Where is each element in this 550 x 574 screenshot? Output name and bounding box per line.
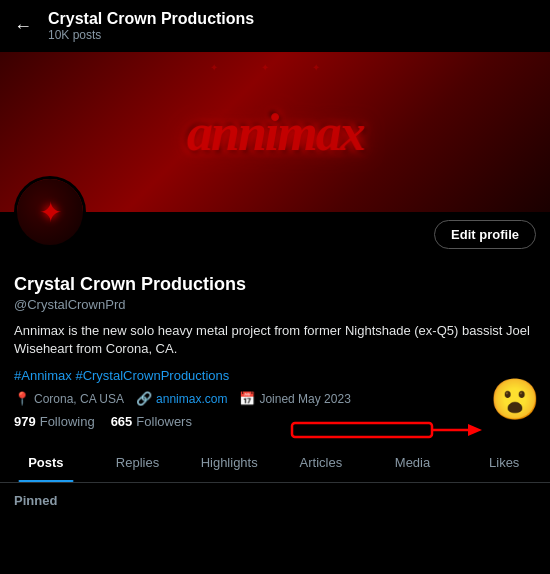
profile-bio: Annimax is the new solo heavy metal proj… xyxy=(14,322,536,358)
following-count: 979 xyxy=(14,414,36,429)
following-stat[interactable]: 979 Following xyxy=(14,414,95,429)
stats-section: 979 Following 665 Followers 😮 xyxy=(0,406,550,429)
profile-meta: 📍 Corona, CA USA 🔗 annimax.com 📅 Joined … xyxy=(14,391,536,406)
meta-website[interactable]: 🔗 annimax.com xyxy=(136,391,227,406)
profile-name: Crystal Crown Productions xyxy=(14,274,536,295)
svg-rect-0 xyxy=(292,423,432,437)
header-posts-count: 10K posts xyxy=(48,28,254,42)
banner-logo: annimax xyxy=(186,103,364,162)
profile-tags[interactable]: #Annimax #CrystalCrownProductions xyxy=(14,368,536,383)
joined-text: Joined May 2023 xyxy=(259,392,350,406)
tab-articles[interactable]: Articles xyxy=(275,443,367,482)
reaction-emoji: 😮 xyxy=(490,376,540,423)
pinned-label: Pinned xyxy=(14,493,57,508)
avatar-inner: ✦ xyxy=(17,179,83,245)
avatar-symbol: ✦ xyxy=(39,196,62,229)
following-label: Following xyxy=(40,414,95,429)
meta-joined: 📅 Joined May 2023 xyxy=(239,391,350,406)
profile-info: Crystal Crown Productions @CrystalCrownP… xyxy=(0,262,550,406)
link-icon: 🔗 xyxy=(136,391,152,406)
edit-profile-button[interactable]: Edit profile xyxy=(434,220,536,249)
back-button[interactable]: ← xyxy=(14,16,32,37)
header: ← Crystal Crown Productions 10K posts xyxy=(0,0,550,52)
calendar-icon: 📅 xyxy=(239,391,255,406)
followers-count: 665 xyxy=(111,414,133,429)
tab-replies[interactable]: Replies xyxy=(92,443,184,482)
avatar-row: ✦ Edit profile xyxy=(0,212,550,262)
location-text: Corona, CA USA xyxy=(34,392,124,406)
tab-media[interactable]: Media xyxy=(367,443,459,482)
avatar[interactable]: ✦ xyxy=(14,176,86,248)
profile-handle: @CrystalCrownPrd xyxy=(14,297,536,312)
arrow-annotation xyxy=(290,408,490,448)
bottom-area: Pinned xyxy=(0,483,550,518)
tab-likes[interactable]: Likes xyxy=(458,443,550,482)
followers-label: Followers xyxy=(136,414,192,429)
tab-highlights[interactable]: Highlights xyxy=(183,443,275,482)
meta-location: 📍 Corona, CA USA xyxy=(14,391,124,406)
website-link[interactable]: annimax.com xyxy=(156,392,227,406)
svg-marker-2 xyxy=(468,424,482,436)
profile-banner: annimax xyxy=(0,52,550,212)
header-title: Crystal Crown Productions xyxy=(48,10,254,28)
stats-row: 979 Following 665 Followers 😮 xyxy=(0,406,550,429)
profile-tabs: Posts Replies Highlights Articles Media … xyxy=(0,443,550,483)
tab-posts[interactable]: Posts xyxy=(0,443,92,482)
header-info: Crystal Crown Productions 10K posts xyxy=(48,10,254,42)
location-icon: 📍 xyxy=(14,391,30,406)
followers-stat[interactable]: 665 Followers xyxy=(111,414,192,429)
